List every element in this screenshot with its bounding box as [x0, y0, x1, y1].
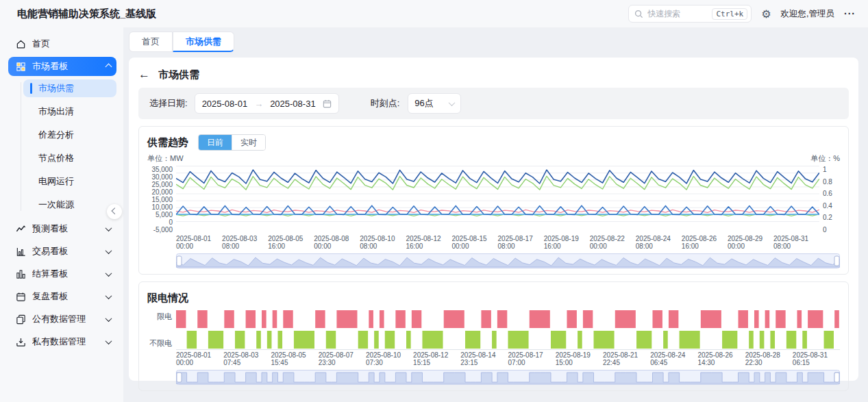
x-axis-tick: 2025-08-15 00:00	[451, 235, 497, 250]
y-axis-tick: -5,000	[147, 226, 173, 234]
curtail-datazoom-slider[interactable]	[176, 370, 840, 385]
tab-首页[interactable]: 首页	[129, 32, 173, 52]
sidebar-item-市场看板[interactable]: 市场看板	[8, 57, 116, 76]
more-menu-icon[interactable]: ···	[844, 8, 856, 19]
gear-icon[interactable]: ⚙	[761, 8, 771, 21]
y-axis-tick: 0	[147, 218, 173, 226]
sidebar-item-label: 市场看板	[32, 60, 100, 73]
sidebar-subitem-市场供需[interactable]: 市场供需	[23, 79, 116, 97]
curtail-title: 限电情况	[147, 292, 188, 305]
curtail-panel-head: 限电情况	[147, 288, 840, 307]
curtail-label-on: 限电	[157, 312, 172, 322]
sidebar-item-label: 复盘看板	[32, 290, 100, 303]
unit-right-label: 单位：%	[810, 153, 840, 164]
datazoom-handle[interactable]	[834, 373, 839, 382]
x-axis-tick: 2025-08-17 08:00	[498, 235, 544, 250]
x-axis-tick: 2025-08-26 14:30	[697, 351, 745, 366]
time-point-label: 时刻点:	[371, 97, 400, 110]
sidebar-subitem-电网运行[interactable]: 电网运行	[23, 173, 116, 190]
curtail-datazoom-svg[interactable]	[176, 370, 840, 385]
sidebar-item-首页[interactable]: 首页	[8, 34, 116, 53]
toggle-实时[interactable]: 实时	[232, 135, 265, 150]
curtail-x-axis: 2025-08-01 00:002025-08-03 07:452025-08-…	[176, 350, 840, 366]
sidebar-menu: 首页市场看板市场供需市场出清价差分析节点价格电网运行一次能源预测看板交易看板结算…	[8, 34, 116, 351]
x-axis-tick: 2025-08-01 00:00	[176, 351, 223, 366]
y-axis-tick: 0.2	[823, 214, 840, 221]
datazoom-handle[interactable]	[177, 256, 182, 266]
filter-bar: 选择日期: 2025-08-01 → 2025-08-31 时刻点: 96点	[138, 88, 849, 119]
x-axis-tick: 2025-08-22 00:00	[590, 235, 636, 250]
sidebar-submenu: 市场供需市场出清价差分析节点价格电网运行一次能源	[8, 79, 116, 214]
chevron-up-icon	[106, 63, 112, 70]
y-axis-tick: 0.6	[823, 190, 840, 197]
x-axis-tick: 2025-08-17 07:00	[508, 351, 556, 366]
tab-市场供需[interactable]: 市场供需	[173, 32, 234, 52]
trend-toggle: 日前实时	[198, 134, 266, 151]
sidebar-item-公有数据管理[interactable]: 公有数据管理	[8, 310, 116, 329]
sidebar-subitem-节点价格[interactable]: 节点价格	[23, 149, 116, 167]
datazoom-handle[interactable]	[834, 256, 839, 266]
sidebar-item-label: 公有数据管理	[32, 313, 100, 325]
x-axis-tick: 2025-08-05 16:00	[268, 235, 314, 250]
toggle-日前[interactable]: 日前	[199, 135, 232, 150]
global-search[interactable]: Ctrl+k	[628, 5, 752, 23]
unit-left-label: 单位：MW	[147, 153, 184, 164]
trend-plot-area[interactable]	[176, 166, 819, 234]
chevron-down-icon	[106, 247, 112, 254]
copy-icon	[15, 314, 26, 325]
x-axis-tick: 2025-08-24 06:45	[650, 351, 697, 366]
back-arrow-icon[interactable]: ←	[138, 68, 150, 81]
chevron-down-icon	[449, 99, 456, 106]
page-title: 市场供需	[158, 68, 199, 81]
x-axis-tick: 2025-08-21 22:45	[603, 351, 650, 366]
chevron-down-icon	[106, 270, 112, 277]
trend-datazoom-svg[interactable]	[176, 253, 840, 268]
chevron-down-icon	[106, 225, 112, 231]
date-range-picker[interactable]: 2025-08-01 → 2025-08-31	[195, 93, 339, 114]
sidebar-collapse-button[interactable]	[107, 204, 122, 219]
sidebar-item-结算看板[interactable]: 结算看板	[8, 264, 116, 284]
sidebar-subitem-一次能源[interactable]: 一次能源	[23, 196, 116, 214]
trend-y-axis-right: 10.80.60.40.20	[819, 166, 840, 234]
sidebar-item-私有数据管理[interactable]: 私有数据管理	[8, 332, 116, 351]
trend-datazoom-slider[interactable]	[176, 253, 840, 268]
date-end-value[interactable]: 2025-08-31	[270, 99, 316, 109]
x-axis-tick: 2025-08-24 08:00	[636, 235, 682, 250]
sidebar: 首页市场看板市场供需市场出清价差分析节点价格电网运行一次能源预测看板交易看板结算…	[0, 27, 123, 402]
sidebar-item-label: 首页	[32, 38, 111, 50]
x-axis-tick: 2025-08-31 08:00	[773, 235, 819, 250]
top-header: 电能营销辅助决策系统_基线版 Ctrl+k ⚙ 欢迎您,管理员 ···	[0, 0, 868, 27]
sidebar-item-预测看板[interactable]: 预测看板	[8, 219, 116, 238]
datazoom-handle[interactable]	[177, 373, 182, 382]
chevron-down-icon	[106, 292, 112, 299]
welcome-text: 欢迎您,管理员	[781, 8, 834, 20]
sidebar-subitem-价差分析[interactable]: 价差分析	[23, 126, 116, 144]
x-axis-tick: 2025-08-07 23:30	[319, 351, 366, 366]
curtail-plot-area[interactable]	[176, 310, 840, 350]
date-start-value[interactable]: 2025-08-01	[202, 99, 248, 109]
trend-panel: 供需趋势 日前实时 单位：MW 单位：% 35,00030,00025,0002…	[138, 126, 849, 275]
time-point-select[interactable]: 96点	[408, 93, 461, 114]
search-input[interactable]	[647, 9, 708, 18]
sidebar-item-label: 交易看板	[32, 245, 100, 257]
curtail-bars-svg	[176, 310, 840, 350]
topbar-right: Ctrl+k ⚙ 欢迎您,管理员 ···	[628, 5, 856, 23]
x-axis-tick: 2025-08-03 07:45	[223, 351, 271, 366]
x-axis-tick: 2025-08-01 00:00	[176, 235, 222, 250]
chevron-left-icon	[111, 208, 118, 214]
sidebar-item-交易看板[interactable]: 交易看板	[8, 242, 116, 261]
sidebar-item-复盘看板[interactable]: 复盘看板	[8, 287, 116, 306]
x-axis-tick: 2025-08-26 16:00	[682, 235, 728, 250]
x-axis-tick: 2025-08-12 15:15	[413, 351, 460, 366]
x-axis-tick: 2025-08-14 23:15	[460, 351, 508, 366]
x-axis-tick: 2025-08-19 16:00	[544, 235, 590, 250]
trend-icon	[15, 223, 26, 234]
curtail-panel: 限电情况 限电 不限电 2025-08-01 00:002025-08-03 0…	[138, 281, 849, 391]
trend-lines-svg	[176, 166, 819, 222]
sidebar-subitem-市场出清[interactable]: 市场出清	[23, 103, 116, 121]
y-axis-tick: 1	[823, 166, 840, 173]
x-axis-tick: 2025-08-10 07:30	[366, 351, 413, 366]
x-axis-tick: 2025-08-31 06:15	[793, 351, 840, 366]
calendar-icon	[15, 291, 26, 302]
trend-x-axis: 2025-08-01 00:002025-08-03 08:002025-08-…	[176, 234, 819, 250]
